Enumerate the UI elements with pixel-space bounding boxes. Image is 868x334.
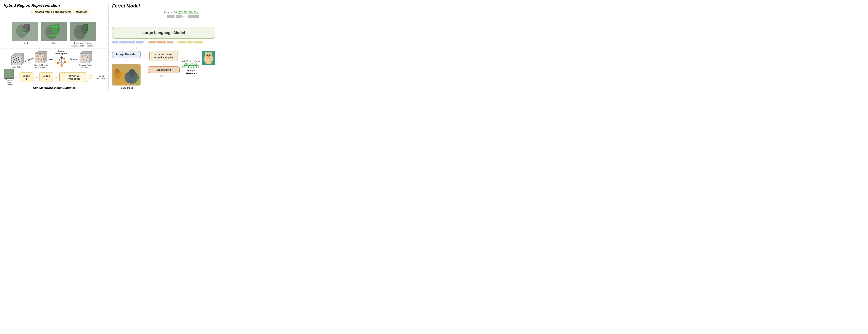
svg-point-37: [42, 58, 44, 60]
section-divider: [2, 48, 106, 49]
svg-point-20: [14, 59, 15, 60]
svg-rect-13: [86, 24, 88, 31]
encoder-down-arrow: ↓: [126, 59, 127, 63]
svg-point-46: [64, 61, 66, 63]
final-right-arrow: →: [93, 60, 97, 64]
images-row: Point Box: [2, 22, 106, 47]
center-arrow-1: →: [143, 61, 146, 65]
svg-rect-50: [80, 54, 89, 63]
svg-point-67: [115, 68, 120, 74]
spatial-down-arrow: ↓: [163, 62, 164, 65]
output-points-label: Sampled Pointsas output: [79, 64, 92, 68]
output-text: It's a cat tail: [163, 11, 177, 14]
point-label: Point: [23, 42, 28, 44]
box-image-box: [41, 22, 67, 41]
output-coords: [80, 590, 450, 920]: [178, 11, 199, 14]
output-dots: ···: [183, 15, 187, 18]
yellow-token-2: [187, 41, 193, 44]
fusion-graph-svg: [55, 55, 69, 68]
svg-point-55: [87, 56, 88, 58]
ferret-mascot: [202, 51, 215, 65]
orange-token-2: [157, 41, 166, 44]
right-title: Ferret Model: [112, 3, 215, 9]
embedding-box: Embedding: [148, 66, 180, 73]
blue-token-3: [128, 41, 135, 44]
image-input-label: Image Input: [120, 87, 133, 89]
freeform-image-box: [70, 22, 96, 41]
svg-point-21: [17, 60, 18, 61]
svg-point-23: [15, 62, 17, 63]
center-col: → Spatial-Aware Visual Sampler ↓ Embeddi…: [143, 51, 180, 77]
llm-box: Large Language Model: [112, 27, 215, 39]
svg-point-18: [14, 56, 16, 57]
output-points-col: Sampled Pointsas output: [79, 51, 92, 68]
text-col: What's in region [100, 600, 500, 900] <S…: [182, 51, 200, 75]
svg-point-80: [210, 52, 212, 55]
flatten-box: Flatten & Projection: [59, 73, 87, 82]
question-mark: ?: [198, 65, 199, 68]
text-label: Text w/ references: [182, 69, 200, 75]
orange-token-3: [167, 41, 173, 44]
svg-point-28: [13, 62, 14, 63]
output-chip-1: [167, 15, 175, 18]
svg-point-17: [13, 57, 14, 58]
box-indicator: [49, 26, 58, 36]
svg-point-47: [61, 65, 63, 67]
svg-marker-31: [44, 52, 47, 63]
left-title: Hybrid Region Representation: [4, 3, 106, 8]
freeform-label: Free-form Shape(Sketch, Scribble, polygo…: [71, 42, 95, 47]
right-panel: Ferret Model It's a cat tail [80, 590, 4…: [108, 3, 215, 90]
block1-to-block2-arrow: →: [34, 75, 38, 80]
input-image-svg: [112, 64, 141, 85]
left-panel: Hybrid Region Representation Region Name…: [2, 3, 108, 90]
image-encoder-col: Image Encoder ↓: [112, 51, 141, 89]
up-arrow-text: ↑: [148, 46, 150, 50]
orange-token-1: [149, 41, 156, 44]
fusion-col: Fusionw/ Neighbor: [55, 50, 69, 68]
svg-point-27: [19, 61, 20, 62]
feature-map-label: Feature Map& Mask: [4, 79, 14, 85]
svg-point-48: [59, 59, 60, 61]
spatial-sampler-label: Spatial-Aware Visual Sampler: [154, 53, 173, 59]
point-image-box: [12, 22, 38, 41]
feature-map-col: Feature Map& Mask: [4, 69, 14, 85]
svg-marker-52: [89, 52, 92, 63]
input-points-col: Input Points: [11, 53, 24, 68]
point-indicator: [23, 29, 26, 33]
block2-to-flatten-arrow: →: [55, 75, 58, 80]
text-query-area: What's in region [100, 600, 500, 900] <S…: [182, 60, 200, 68]
svg-point-44: [61, 56, 63, 59]
up-arrow-encoder: ↑: [123, 46, 125, 50]
region-features-label: Region Features: [96, 75, 106, 80]
flatten-col: Flatten & Projection: [59, 73, 87, 82]
freeform-col: Free-form Shape(Sketch, Scribble, polygo…: [70, 22, 96, 47]
knn-arrow: →: [49, 60, 53, 64]
blue-token-1: [113, 41, 118, 44]
svg-point-73: [207, 55, 208, 56]
text-query: What's in region: [182, 60, 200, 62]
svg-point-35: [37, 58, 39, 60]
svg-point-49: [63, 58, 65, 60]
svg-point-54: [85, 55, 86, 56]
region-features-col: Region Features: [96, 75, 106, 80]
cat-img-point: [12, 22, 38, 41]
svg-point-19: [16, 58, 17, 59]
scissors-area: [89, 75, 94, 80]
svg-rect-58: [4, 69, 14, 79]
output-cube-svg: [79, 51, 92, 63]
flatten-label: Flatten & Projection: [67, 74, 80, 80]
svg-marker-1: [53, 20, 55, 21]
svg-point-25: [18, 57, 19, 58]
feature-map-img: [4, 69, 14, 79]
yellow-token-3: [194, 41, 203, 44]
block2-col: Block 2: [39, 73, 53, 82]
fusion-label: Fusionw/ Neighbor: [56, 50, 68, 55]
svg-point-22: [13, 61, 14, 62]
svg-point-79: [205, 52, 207, 55]
input-image-box: [112, 64, 141, 85]
svg-point-74: [209, 55, 211, 56]
svg-point-26: [18, 62, 19, 63]
blue-token-2: [119, 41, 128, 44]
svg-point-57: [86, 60, 87, 61]
svg-point-33: [39, 54, 41, 55]
